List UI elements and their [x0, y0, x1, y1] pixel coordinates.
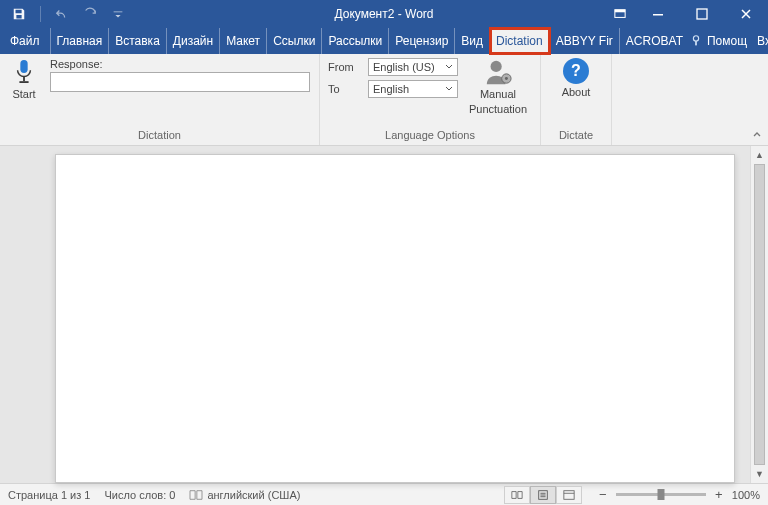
- group-dictate-label: Dictate: [541, 127, 611, 145]
- zoom-slider-knob[interactable]: [657, 489, 664, 500]
- svg-rect-9: [19, 81, 28, 83]
- tab-home[interactable]: Главная: [51, 28, 110, 54]
- response-input[interactable]: [50, 72, 310, 92]
- tab-review[interactable]: Рецензир: [389, 28, 455, 54]
- tab-abbyy[interactable]: ABBYY Fir: [550, 28, 620, 54]
- microphone-icon: [13, 58, 35, 86]
- status-page[interactable]: Страница 1 из 1: [8, 489, 90, 501]
- close-button[interactable]: [724, 0, 768, 28]
- status-word-count[interactable]: Число слов: 0: [104, 489, 175, 501]
- scroll-track[interactable]: [751, 164, 768, 465]
- scroll-thumb[interactable]: [754, 164, 765, 465]
- start-label: Start: [12, 88, 35, 100]
- question-icon: ?: [563, 58, 589, 84]
- document-area[interactable]: [0, 146, 750, 483]
- tab-references[interactable]: Ссылки: [267, 28, 322, 54]
- tell-me-button[interactable]: Помощ: [689, 34, 747, 48]
- tab-layout[interactable]: Макет: [220, 28, 267, 54]
- document-workspace: ▲ ▼: [0, 146, 768, 483]
- maximize-button[interactable]: [680, 0, 724, 28]
- from-label: From: [328, 61, 362, 73]
- status-bar: Страница 1 из 1 Число слов: 0 английский…: [0, 483, 768, 505]
- zoom-control: − + 100%: [596, 487, 760, 502]
- response-label: Response:: [50, 58, 310, 70]
- zoom-out-button[interactable]: −: [596, 487, 610, 502]
- book-icon: [189, 489, 203, 501]
- about-button[interactable]: ? About: [549, 58, 603, 98]
- scroll-down-button[interactable]: ▼: [751, 465, 768, 483]
- to-label: To: [328, 83, 362, 95]
- about-label: About: [562, 86, 591, 98]
- group-language-options: From English (US) To English M: [320, 54, 541, 145]
- manual-line1: Manual: [480, 88, 516, 101]
- tab-insert[interactable]: Вставка: [109, 28, 167, 54]
- response-field-group: Response:: [50, 58, 310, 92]
- tab-view[interactable]: Вид: [455, 28, 490, 54]
- zoom-value[interactable]: 100%: [732, 489, 760, 501]
- from-language-value: English (US): [373, 61, 435, 73]
- svg-rect-8: [23, 77, 25, 82]
- chevron-down-icon: [445, 85, 453, 93]
- tab-design[interactable]: Дизайн: [167, 28, 220, 54]
- tab-file[interactable]: Файл: [0, 28, 51, 54]
- collapse-ribbon-button[interactable]: [752, 129, 762, 141]
- manual-line2: Punctuation: [469, 103, 527, 116]
- to-language-value: English: [373, 83, 409, 95]
- quick-access-toolbar: [0, 3, 129, 25]
- person-gear-icon: [483, 58, 513, 86]
- ribbon-tabs: Файл Главная Вставка Дизайн Макет Ссылки…: [0, 28, 768, 54]
- group-language-label: Language Options: [320, 127, 540, 145]
- chevron-up-icon: [752, 129, 762, 139]
- read-mode-button[interactable]: [504, 486, 530, 504]
- print-layout-icon: [537, 489, 549, 501]
- save-button[interactable]: [8, 3, 30, 25]
- tab-dictation[interactable]: Dictation: [490, 28, 550, 54]
- view-buttons: [504, 486, 582, 504]
- print-layout-button[interactable]: [530, 486, 556, 504]
- start-dictation-button[interactable]: Start: [8, 58, 40, 100]
- svg-rect-17: [564, 490, 574, 499]
- svg-point-4: [693, 36, 698, 41]
- from-language-select[interactable]: English (US): [368, 58, 458, 76]
- read-mode-icon: [511, 489, 523, 501]
- group-dictation-label: Dictation: [0, 127, 319, 145]
- undo-button[interactable]: [51, 3, 73, 25]
- status-language[interactable]: английский (США): [189, 489, 300, 501]
- vertical-scrollbar[interactable]: ▲ ▼: [750, 146, 768, 483]
- svg-rect-3: [697, 9, 707, 19]
- svg-rect-5: [695, 41, 697, 45]
- chevron-down-icon: [445, 63, 453, 71]
- to-language-select[interactable]: English: [368, 80, 458, 98]
- tell-me-label: Помощ: [707, 34, 747, 48]
- redo-button[interactable]: [79, 3, 101, 25]
- tab-mailings[interactable]: Рассылки: [322, 28, 389, 54]
- zoom-slider[interactable]: [616, 493, 706, 496]
- svg-rect-2: [653, 14, 663, 16]
- status-language-label: английский (США): [207, 489, 300, 501]
- zoom-in-button[interactable]: +: [712, 487, 726, 502]
- qat-customize-button[interactable]: [107, 3, 129, 25]
- web-layout-icon: [563, 489, 575, 501]
- manual-punctuation-button[interactable]: Manual Punctuation: [464, 58, 532, 115]
- svg-point-10: [491, 61, 502, 72]
- svg-rect-1: [615, 10, 625, 13]
- tab-acrobat[interactable]: ACROBAT: [620, 28, 689, 54]
- svg-point-12: [505, 77, 508, 80]
- ribbon-display-options-button[interactable]: [604, 0, 636, 28]
- svg-rect-7: [20, 60, 27, 73]
- document-page[interactable]: [55, 154, 735, 483]
- group-dictate: ? About Dictate: [541, 54, 612, 145]
- minimize-button[interactable]: [636, 0, 680, 28]
- group-dictation: Start Response: Dictation: [0, 54, 320, 145]
- signin-button[interactable]: Вход: [757, 34, 768, 48]
- title-bar: Документ2 - Word: [0, 0, 768, 28]
- window-controls: [604, 0, 768, 28]
- scroll-up-button[interactable]: ▲: [751, 146, 768, 164]
- web-layout-button[interactable]: [556, 486, 582, 504]
- window-title: Документ2 - Word: [334, 7, 433, 21]
- ribbon: Start Response: Dictation From English (…: [0, 54, 768, 146]
